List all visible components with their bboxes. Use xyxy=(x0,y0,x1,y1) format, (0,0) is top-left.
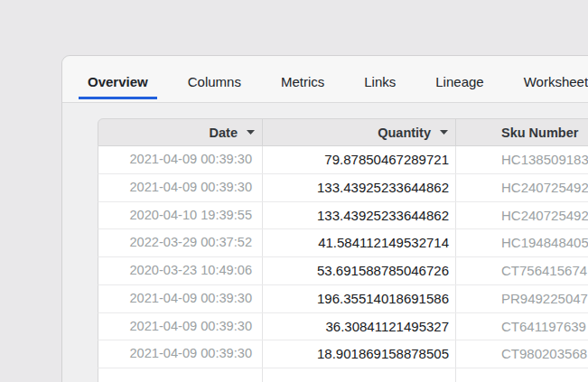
table-row-partial xyxy=(98,368,588,382)
column-header-label: Date xyxy=(210,126,238,140)
tab-label: Overview xyxy=(88,74,148,89)
tab-links[interactable]: Links xyxy=(355,56,405,99)
tab-label: Metrics xyxy=(281,74,324,89)
sort-caret-icon xyxy=(247,130,255,135)
tab-bar: Overview Columns Metrics Links Lineage W… xyxy=(62,56,588,103)
cell-quantity: 79.87850467289721 xyxy=(262,146,455,173)
sort-caret-icon xyxy=(440,130,448,135)
cell-quantity: 36.30841121495327 xyxy=(262,313,455,340)
tab-lineage[interactable]: Lineage xyxy=(426,56,492,99)
data-preview-table: Date Quantity Sku Number 2021-04-09 00:3… xyxy=(98,118,588,382)
cell-quantity: 41.584112149532714 xyxy=(262,229,455,256)
cell-date: 2021-04-09 00:39:30 xyxy=(98,340,262,368)
cell-date: 2021-04-09 00:39:30 xyxy=(98,174,262,201)
table-header-row: Date Quantity Sku Number xyxy=(98,118,588,146)
cell-date: 2020-04-10 19:39:55 xyxy=(98,202,262,229)
tab-label: Links xyxy=(364,74,396,89)
column-header-label: Sku Number xyxy=(501,126,578,140)
cell-sku: PR949225047 xyxy=(455,285,588,312)
table-row: 2022-03-29 00:37:52 41.584112149532714 H… xyxy=(98,229,588,257)
cell-sku: CT756415674 xyxy=(455,257,588,284)
cell-sku: HC240725492 xyxy=(455,202,588,229)
cell-quantity: 133.43925233644862 xyxy=(262,174,455,201)
cell-quantity: 18.901869158878505 xyxy=(262,340,455,368)
table-row: 2021-04-09 00:39:30 196.35514018691586 P… xyxy=(98,285,588,313)
tab-overview[interactable]: Overview xyxy=(79,56,157,99)
cell-sku: HC240725492 xyxy=(455,174,588,201)
cell-sku: HC194848405 xyxy=(455,229,588,256)
cell-quantity: 133.43925233644862 xyxy=(262,202,455,229)
column-header-quantity[interactable]: Quantity xyxy=(262,119,455,145)
column-header-date[interactable]: Date xyxy=(98,119,262,145)
cell-quantity: 196.35514018691586 xyxy=(262,285,455,312)
tab-worksheets[interactable]: Worksheets xyxy=(515,56,588,99)
cell-quantity xyxy=(262,368,455,382)
cell-sku: CT641197639 xyxy=(455,313,588,340)
tab-columns[interactable]: Columns xyxy=(179,56,250,99)
table-row: 2021-04-09 00:39:30 18.901869158878505 C… xyxy=(98,340,588,368)
cell-date: 2021-04-09 00:39:30 xyxy=(98,146,262,173)
cell-date: 2021-04-09 00:39:30 xyxy=(98,285,262,312)
table-row: 2021-04-09 00:39:30 36.30841121495327 CT… xyxy=(98,313,588,341)
table-row: 2021-04-09 00:39:30 79.87850467289721 HC… xyxy=(98,146,588,174)
cell-sku: HC138509183 xyxy=(455,146,588,173)
table-row: 2020-04-10 19:39:55 133.43925233644862 H… xyxy=(98,202,588,230)
tab-label: Worksheets xyxy=(524,74,588,89)
cell-sku xyxy=(455,368,588,382)
cell-date: 2021-04-09 00:39:30 xyxy=(98,313,262,340)
cell-date xyxy=(98,368,262,382)
cell-date: 2020-03-23 10:49:06 xyxy=(98,257,262,284)
cell-quantity: 53.691588785046726 xyxy=(262,257,455,284)
column-header-label: Quantity xyxy=(378,126,431,140)
tab-label: Lineage xyxy=(435,74,483,89)
table-row: 2020-03-23 10:49:06 53.691588785046726 C… xyxy=(98,257,588,285)
cell-date: 2022-03-29 00:37:52 xyxy=(98,229,262,256)
document-panel: Overview Columns Metrics Links Lineage W… xyxy=(61,55,588,382)
tab-metrics[interactable]: Metrics xyxy=(272,56,333,99)
tab-label: Columns xyxy=(188,74,241,89)
column-header-sku-number[interactable]: Sku Number xyxy=(455,119,588,145)
app-background: { "accent_color": "#2160dd", "tabs": [ {… xyxy=(0,0,588,382)
cell-sku: CT980203568 xyxy=(455,340,588,368)
table-row: 2021-04-09 00:39:30 133.43925233644862 H… xyxy=(98,174,588,202)
